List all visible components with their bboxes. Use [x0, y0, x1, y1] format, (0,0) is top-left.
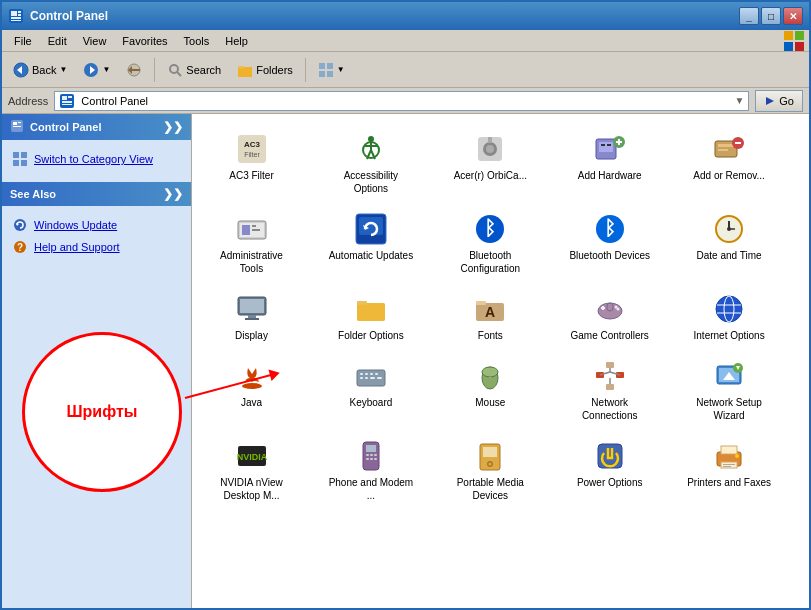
svg-point-103: [716, 296, 742, 322]
mouse-item[interactable]: Mouse: [443, 353, 538, 429]
network-connections-item[interactable]: Network Connections: [562, 353, 657, 429]
menu-tools[interactable]: Tools: [176, 33, 218, 49]
address-label: Address: [8, 95, 48, 107]
search-icon: [167, 62, 183, 78]
forward-button[interactable]: ▼: [76, 58, 117, 82]
svg-rect-37: [21, 152, 27, 158]
add-remove-icon: [713, 133, 745, 165]
see-also-body: Windows Update ? Help and Support: [2, 206, 191, 266]
address-dropdown-arrow[interactable]: ▼: [734, 95, 744, 106]
back-dropdown-arrow[interactable]: ▼: [59, 65, 67, 74]
ac3-filter-item[interactable]: AC3 Filter AC3 Filter: [204, 126, 299, 202]
go-button[interactable]: Go: [755, 90, 803, 112]
network-connections-label: Network Connections: [567, 396, 652, 422]
close-button[interactable]: ✕: [783, 7, 803, 25]
svg-rect-68: [735, 142, 741, 144]
address-input[interactable]: Control Panel ▼: [54, 91, 749, 111]
network-setup-item[interactable]: Network Setup Wizard: [682, 353, 777, 429]
nvidia-item[interactable]: NVIDIA NVIDIA nView Desktop M...: [204, 433, 299, 509]
folder-options-item[interactable]: Folder Options: [323, 286, 418, 349]
menu-file[interactable]: File: [6, 33, 40, 49]
portable-media-item[interactable]: Portable Media Devices: [443, 433, 538, 509]
network-setup-label: Network Setup Wizard: [687, 396, 772, 422]
switch-category-view-link[interactable]: Switch to Category View: [12, 148, 181, 170]
panel2-collapse-button[interactable]: ❯❯: [163, 187, 183, 201]
svg-rect-2: [18, 11, 21, 13]
add-hardware-item[interactable]: Add Hardware: [562, 126, 657, 202]
svg-rect-24: [319, 71, 325, 77]
svg-rect-58: [599, 142, 613, 152]
keyboard-label: Keyboard: [349, 396, 392, 409]
svg-rect-28: [68, 96, 72, 98]
mouse-label: Mouse: [475, 396, 505, 409]
java-item[interactable]: Java: [204, 353, 299, 429]
views-dropdown-arrow[interactable]: ▼: [337, 65, 345, 74]
portable-media-label: Portable Media Devices: [448, 476, 533, 502]
toolbar-separator-1: [154, 58, 155, 82]
content-area[interactable]: AC3 Filter AC3 Filter: [192, 114, 809, 610]
portable-media-icon: [474, 440, 506, 472]
menu-help[interactable]: Help: [217, 33, 256, 49]
internet-options-item[interactable]: Internet Options: [682, 286, 777, 349]
svg-rect-75: [359, 217, 383, 235]
windows-update-link[interactable]: Windows Update: [12, 214, 181, 236]
see-also-header: See Also ❯❯: [2, 182, 191, 206]
main-layout: Control Panel ❯❯ Switch to Category View: [2, 114, 809, 610]
svg-text:ᛒ: ᛒ: [604, 217, 616, 239]
address-bar: Address Control Panel ▼ Go: [2, 88, 809, 114]
keyboard-item[interactable]: Keyboard: [323, 353, 418, 429]
power-options-item[interactable]: Power Options: [562, 433, 657, 509]
control-panel-header-icon: [10, 119, 24, 135]
svg-rect-33: [13, 122, 17, 125]
bluetooth-devices-item[interactable]: ᛒ Bluetooth Devices: [562, 206, 657, 282]
fonts-label: Fonts: [478, 329, 503, 342]
phone-modem-item[interactable]: Phone and Modem ...: [323, 433, 418, 509]
svg-rect-152: [723, 466, 731, 467]
svg-text:ᛒ: ᛒ: [484, 217, 496, 239]
svg-rect-1: [11, 11, 17, 16]
forward-dropdown-arrow[interactable]: ▼: [102, 65, 110, 74]
bluetooth-config-icon: ᛒ: [474, 213, 506, 245]
game-controllers-item[interactable]: Game Controllers: [562, 286, 657, 349]
add-remove-item[interactable]: Add or Remov...: [682, 126, 777, 202]
menu-view[interactable]: View: [75, 33, 115, 49]
display-label: Display: [235, 329, 268, 342]
windows-logo-icon: [783, 30, 805, 52]
bluetooth-config-item[interactable]: ᛒ Bluetooth Configuration: [443, 206, 538, 282]
panel1-collapse-button[interactable]: ❯❯: [163, 120, 183, 134]
history-button[interactable]: [119, 58, 149, 82]
svg-rect-36: [13, 152, 19, 158]
fonts-item[interactable]: A Fonts: [443, 286, 538, 349]
svg-rect-109: [360, 373, 363, 375]
svg-rect-111: [370, 373, 373, 375]
windows-update-label: Windows Update: [34, 219, 117, 231]
menu-favorites[interactable]: Favorites: [114, 33, 175, 49]
svg-rect-38: [13, 160, 19, 166]
maximize-button[interactable]: □: [761, 7, 781, 25]
menu-edit[interactable]: Edit: [40, 33, 75, 49]
folders-button[interactable]: Folders: [230, 58, 300, 82]
help-support-link[interactable]: ? Help and Support: [12, 236, 181, 258]
network-setup-icon: [713, 360, 745, 392]
menu-bar: File Edit View Favorites Tools Help: [2, 30, 809, 52]
automatic-updates-item[interactable]: Automatic Updates: [323, 206, 418, 282]
date-time-item[interactable]: Date and Time: [682, 206, 777, 282]
display-item[interactable]: Display: [204, 286, 299, 349]
search-button[interactable]: Search: [160, 58, 228, 82]
folder-options-icon: [355, 293, 387, 325]
minimize-button[interactable]: _: [739, 7, 759, 25]
svg-line-18: [177, 72, 181, 76]
title-bar-buttons: _ □ ✕: [739, 7, 803, 25]
svg-rect-93: [357, 303, 385, 321]
svg-text:NVIDIA: NVIDIA: [236, 452, 267, 462]
back-button[interactable]: Back ▼: [6, 58, 74, 82]
views-button[interactable]: ▼: [311, 58, 352, 82]
svg-point-17: [170, 65, 178, 73]
printers-faxes-item[interactable]: Printers and Faxes: [682, 433, 777, 509]
toolbar-separator-2: [305, 58, 306, 82]
ac3-filter-icon: AC3 Filter: [236, 133, 268, 165]
accessibility-options-item[interactable]: Accessibility Options: [323, 126, 418, 202]
svg-rect-60: [607, 144, 611, 146]
acer-item[interactable]: Acer(r) OrbiCa...: [443, 126, 538, 202]
admin-tools-item[interactable]: Administrative Tools: [204, 206, 299, 282]
